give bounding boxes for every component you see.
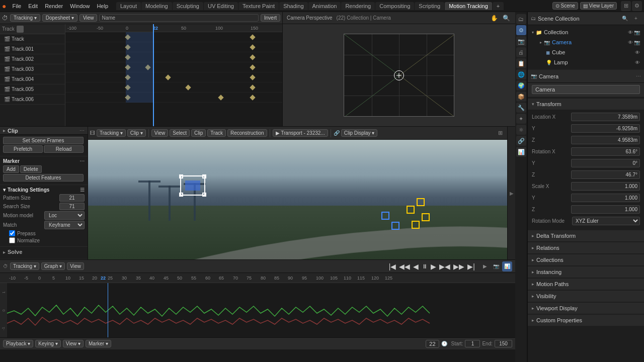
camera-view-icon[interactable]: 👁 <box>628 40 633 45</box>
fullscreen-btn[interactable]: ⊞ <box>621 1 631 11</box>
collections-header[interactable]: ▸ Collections <box>528 254 644 265</box>
tab-motion-tracking[interactable]: Motion Tracking <box>445 2 492 10</box>
tab-animation[interactable]: Animation <box>308 2 341 10</box>
output-icon[interactable]: 🖨 <box>516 47 526 57</box>
jump-fwd-btn[interactable]: ▶▶ <box>452 262 465 270</box>
tab-compositing[interactable]: Compositing <box>375 2 414 10</box>
marker-add-btn[interactable]: Add <box>3 165 19 173</box>
track-005[interactable]: 🎬Track.004 <box>0 74 65 84</box>
transport-dropdown[interactable]: ▶ Transport - 23232... <box>273 129 328 137</box>
scale-z-input[interactable] <box>571 205 640 214</box>
tab-add[interactable]: + <box>493 2 504 10</box>
outliner-icon[interactable]: 🗂 <box>516 14 526 24</box>
graph-content[interactable]: -10 -5 0 5 10 15 20 22 25 30 35 40 45 50 <box>0 273 515 337</box>
play-btn[interactable]: ▶ <box>430 262 437 270</box>
tab-rendering[interactable]: Rendering <box>341 2 375 10</box>
tab-texture-paint[interactable]: Texture Paint <box>238 2 279 10</box>
clip-more-icon[interactable]: ⋯ <box>79 128 85 133</box>
current-frame-display[interactable]: 22 <box>426 340 439 348</box>
reload-btn[interactable]: Reload <box>44 145 84 153</box>
right-collapse-btn[interactable]: ▶ <box>507 127 515 259</box>
world-icon[interactable]: 🌍 <box>516 80 526 90</box>
pattern-size-input[interactable] <box>59 194 85 202</box>
transform-section-header[interactable]: ▾ Transform <box>528 99 644 110</box>
object-name-input[interactable] <box>532 85 640 94</box>
jump-back-btn[interactable]: ◀◀ <box>398 262 411 270</box>
keying-dropdown[interactable]: Keying ▾ <box>35 340 60 347</box>
cube-item[interactable]: ◼ Cube 👁 <box>540 47 640 57</box>
prepass-checkbox[interactable] <box>9 230 15 236</box>
detect-features-btn[interactable]: Detect Features <box>3 174 84 182</box>
playback-dropdown[interactable]: Playback ▾ <box>3 340 33 347</box>
motion-model-select[interactable]: Loc LocRot LocScale LocRotScale <box>44 211 85 220</box>
set-scene-frames-btn[interactable]: Set Scene Frames <box>3 137 84 144</box>
track-004[interactable]: 🎬Track.003 <box>0 64 65 74</box>
location-z-input[interactable] <box>571 136 640 144</box>
clip-image[interactable] <box>88 140 507 259</box>
match-select[interactable]: Keyframe Previous Frame <box>44 221 85 229</box>
settings-btn[interactable]: ⚙ <box>632 1 642 11</box>
clip-reconstruction-btn[interactable]: Reconstruction <box>227 129 267 137</box>
prev-frame-btn[interactable]: ◀ <box>412 262 420 270</box>
motion-paths-header[interactable]: ▸ Motion Paths <box>528 279 644 290</box>
graph-tracking-dropdown[interactable]: Tracking ▾ <box>10 262 39 270</box>
menu-help[interactable]: Help <box>94 2 111 10</box>
track-002[interactable]: 🎬Track.001 <box>0 44 65 54</box>
physics-icon[interactable]: ⚛ <box>516 125 526 135</box>
viewport-display-header[interactable]: ▸ Viewport Display <box>528 303 644 314</box>
scene-icon[interactable]: 🌐 <box>516 69 526 79</box>
lamp-view-icon[interactable]: 👁 <box>635 60 640 65</box>
scene-selector[interactable]: ⊙ Scene <box>552 2 578 10</box>
track-007[interactable]: 🎬Track.006 <box>0 95 65 105</box>
start-frame-input[interactable] <box>465 340 480 347</box>
tab-shading[interactable]: Shading <box>279 2 307 10</box>
scale-x-input[interactable] <box>571 182 640 191</box>
skip-end-btn[interactable]: ▶| <box>466 262 476 270</box>
main-clip-viewport[interactable]: 🎞 Tracking ▾ Clip ▾ View Select Clip Tra… <box>88 127 507 259</box>
data-icon[interactable]: 📊 <box>516 147 526 157</box>
camera-item[interactable]: ▸ 📷 Camera 👁 📷 <box>540 37 640 47</box>
camera-hand-tool[interactable]: ✋ <box>489 13 499 23</box>
track-001[interactable]: 🎬Track <box>0 34 65 44</box>
relations-header[interactable]: ▸ Relations <box>528 242 644 253</box>
clip-track-btn[interactable]: Track <box>207 129 226 137</box>
graph-graph-dropdown[interactable]: Graph ▾ <box>41 262 65 270</box>
collection-render-icon[interactable]: 📷 <box>634 30 640 35</box>
rotation-x-input[interactable] <box>571 147 640 156</box>
clip-tracking-dropdown[interactable]: Tracking ▾ <box>97 129 126 137</box>
track-003[interactable]: 🎬Track.002 <box>0 54 65 64</box>
clip-display-btn[interactable]: Clip Display ▾ <box>341 129 378 137</box>
particles-icon[interactable]: ✦ <box>516 114 526 124</box>
name-field[interactable]: Name <box>99 14 259 22</box>
tab-layout[interactable]: Layout <box>116 2 141 10</box>
camera-preview-content[interactable] <box>283 24 515 126</box>
graph-active-icon[interactable]: 📊 <box>502 261 512 272</box>
camera-zoom-tool[interactable]: 🔍 <box>501 13 511 23</box>
next-frame-btn[interactable]: ▶◀ <box>438 262 451 270</box>
timeline-area[interactable]: -100 -50 0 22 50 100 150 <box>65 24 282 126</box>
skip-start-btn[interactable]: |◀ <box>388 262 397 270</box>
invert-btn[interactable]: Invert <box>261 14 280 22</box>
clip-clip-btn[interactable]: Clip <box>191 129 206 137</box>
view-layer-icon[interactable]: 📋 <box>516 58 526 68</box>
rotation-y-input[interactable] <box>571 159 640 167</box>
scene-collection-item[interactable]: ▾ 📁 Collection 👁 📷 <box>532 27 640 37</box>
render-icon[interactable]: 📷 <box>516 36 526 46</box>
clip-fullscreen-btn[interactable]: ⊞ <box>495 128 505 138</box>
object-icon[interactable]: 📦 <box>516 92 526 102</box>
view-layer-selector[interactable]: ▤ View Layer <box>580 2 617 10</box>
pause-btn[interactable]: ⏸ <box>421 263 429 270</box>
custom-properties-header[interactable]: ▸ Custom Properties <box>528 315 644 326</box>
clip-btn[interactable]: Clip ▾ <box>127 129 146 137</box>
menu-window[interactable]: Window <box>67 2 93 10</box>
normalize-checkbox[interactable] <box>9 237 15 243</box>
marker-dropdown[interactable]: Marker ▾ <box>86 340 111 347</box>
instancing-header[interactable]: ▸ Instancing <box>528 266 644 278</box>
filter-icon[interactable]: 🔍 <box>620 14 630 24</box>
graph-view-btn[interactable]: View <box>67 262 84 270</box>
marker-delete-btn[interactable]: Delete <box>20 165 42 173</box>
tracking-settings-expand[interactable]: ▾ <box>3 187 6 193</box>
dopesheet-dropdown[interactable]: Dopesheet ▾ <box>42 14 77 22</box>
tracking-settings-list-icon[interactable]: ☰ <box>80 187 85 193</box>
menu-file[interactable]: File <box>9 2 24 10</box>
